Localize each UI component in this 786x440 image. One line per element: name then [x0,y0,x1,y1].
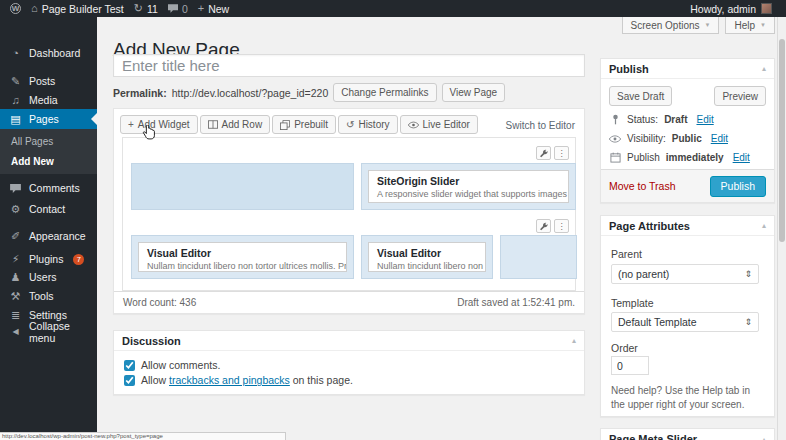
row-edit-wrench-button[interactable] [536,219,551,233]
plugin-update-badge: 7 [73,254,84,265]
attributes-help-text: Need help? Use the Help tab in the upper… [611,384,764,411]
visibility-value: Public [672,133,702,144]
permalink-row: Permalink: http://dev.localhost/?page_id… [113,83,585,102]
home-icon: ⌂ [31,3,38,14]
admin-bar-site-name[interactable]: ⌂ Page Builder Test [31,3,124,15]
sidebar-item-contact[interactable]: ⚙ Contact [0,199,97,219]
row-move-handle[interactable]: ⋮ [554,219,569,233]
builder-cell[interactable]: Visual Editor Nullam tincidunt libero no… [131,235,354,279]
trackbacks-pingbacks-link[interactable]: trackbacks and pingbacks [169,374,290,386]
active-menu-notch [91,113,97,125]
browser-status-bar: http://dev.localhost/wp-admin/post-new.p… [0,432,286,440]
row-move-handle[interactable]: ⋮ [554,146,569,160]
chevron-down-icon: ▼ [705,22,711,28]
discussion-title: Discussion [122,335,181,347]
history-button[interactable]: ↺ History [338,115,398,134]
sidebar-item-label: Pages [29,113,59,125]
sidebar-item-plugins[interactable]: ⚡ Plugins 7 [0,249,97,269]
collapse-toggle-icon[interactable]: ▴ [762,221,766,230]
widget-visual-editor-2[interactable]: Visual Editor Nullam tincidunt libero no… [368,242,486,272]
sidebar-item-media[interactable]: ♫ Media [0,90,97,110]
collapse-toggle-icon[interactable]: ▴ [762,435,766,440]
widget-title: Visual Editor [147,247,338,259]
scrollbar-thumb[interactable] [779,39,785,242]
page-attributes-header[interactable]: Page Attributes ▴ [601,216,774,236]
template-label: Template [611,297,654,309]
switch-to-editor-link[interactable]: Switch to Editor [506,120,575,131]
view-page-button[interactable]: View Page [442,83,506,102]
widget-visual-editor-1[interactable]: Visual Editor Nullam tincidunt libero no… [138,242,347,272]
post-title-input[interactable] [113,54,585,77]
builder-cell[interactable]: Visual Editor Nullam tincidunt libero no… [361,235,493,279]
order-input[interactable] [611,356,649,375]
page-meta-slider-header[interactable]: Page Meta Slider ▴ [601,429,774,440]
sidebar-item-dashboard[interactable]: ◔ Dashboard [0,43,97,63]
avatar [761,3,772,14]
sidebar-item-pages[interactable]: ▤ Pages [0,109,97,129]
publishing-actions: Move to Trash Publish [601,169,774,202]
screen-options-tab[interactable]: Screen Options ▼ [622,17,720,34]
add-widget-button[interactable]: + Add Widget [120,115,198,134]
prebuilt-label: Prebuilt [294,119,328,130]
comments-icon [9,184,22,193]
submenu-item-all-pages[interactable]: All Pages [0,132,97,150]
publish-time-label: Publish [627,152,660,163]
plus-icon: + [128,120,134,130]
allow-trackbacks-checkbox[interactable] [124,375,135,386]
allow-comments-row: Allow comments. [124,359,220,371]
draft-saved-time: Draft saved at 1:52:41 pm. [457,297,575,308]
sidebar-item-posts[interactable]: ✎ Posts [0,71,97,91]
sidebar-item-users[interactable]: ♟ Users [0,267,97,287]
row-edit-wrench-button[interactable] [536,146,551,160]
builder-cell[interactable]: SiteOrigin Slider A responsive slider wi… [361,163,576,210]
help-tab[interactable]: Help ▼ [725,17,775,34]
status-value: Draft [664,114,687,125]
prebuilt-button[interactable]: Prebuilt [272,115,336,134]
add-widget-label: Add Widget [138,119,190,130]
wordpress-logo-icon[interactable]: W [10,3,21,14]
sidebar-item-label: Collapse menu [29,320,97,344]
admin-bar-account[interactable]: Howdy, admin [690,0,772,17]
parent-select[interactable]: (no parent) ⇕ [611,264,759,284]
admin-bar-new[interactable]: + New [198,3,229,15]
sidebar-item-comments[interactable]: Comments [0,178,97,198]
discussion-header[interactable]: Discussion ▴ [114,331,584,351]
row2-actions: ⋮ [536,219,569,233]
sidebar-item-tools[interactable]: ⚒ Tools [0,286,97,306]
sidebar-item-appearance[interactable]: ✐ Appearance [0,226,97,246]
page-builder-panel: + Add Widget Add Row Prebuilt ↺ History … [113,108,585,314]
admin-bar-updates[interactable]: ↻ 11 [134,3,158,15]
edit-visibility-link[interactable]: Edit [711,133,728,144]
collapse-toggle-icon[interactable]: ▴ [572,336,576,345]
move-to-trash-link[interactable]: Move to Trash [609,180,676,192]
widget-description: Nullam tincidunt libero non tortor ultri… [147,261,338,271]
status-label: Status: [627,114,658,125]
submenu-item-add-new[interactable]: Add New [0,152,97,170]
publish-button[interactable]: Publish [710,176,766,197]
save-draft-button[interactable]: Save Draft [609,86,672,106]
live-editor-button[interactable]: Live Editor [400,115,478,134]
template-select[interactable]: Default Template ⇕ [611,312,759,332]
widget-siteorigin-slider[interactable]: SiteOrigin Slider A responsive slider wi… [368,170,569,203]
allow-comments-checkbox[interactable] [124,360,135,371]
eye-icon [408,121,419,129]
add-row-button[interactable]: Add Row [200,115,271,134]
help-label: Help [734,20,755,31]
edit-schedule-link[interactable]: Edit [733,152,750,163]
sidebar-item-label: Media [29,94,58,106]
builder-cell-empty[interactable] [500,235,577,279]
preview-button[interactable]: Preview [714,86,766,106]
scrollbar-track[interactable] [777,17,786,440]
calendar-icon [609,152,621,163]
admin-bar-comments[interactable]: 0 [168,3,188,15]
visibility-row: Visibility: Public Edit [609,133,766,144]
sidebar-item-collapse-menu[interactable]: ◀ Collapse menu [0,322,97,342]
builder-cell-empty[interactable] [131,163,354,210]
publish-header[interactable]: Publish ▴ [601,59,774,79]
row1-actions: ⋮ [536,146,569,160]
posts-icon: ✎ [9,76,22,87]
change-permalinks-button[interactable]: Change Permalinks [333,83,436,102]
collapse-toggle-icon[interactable]: ▴ [762,64,766,73]
edit-status-link[interactable]: Edit [696,114,713,125]
columns-icon [208,120,218,129]
